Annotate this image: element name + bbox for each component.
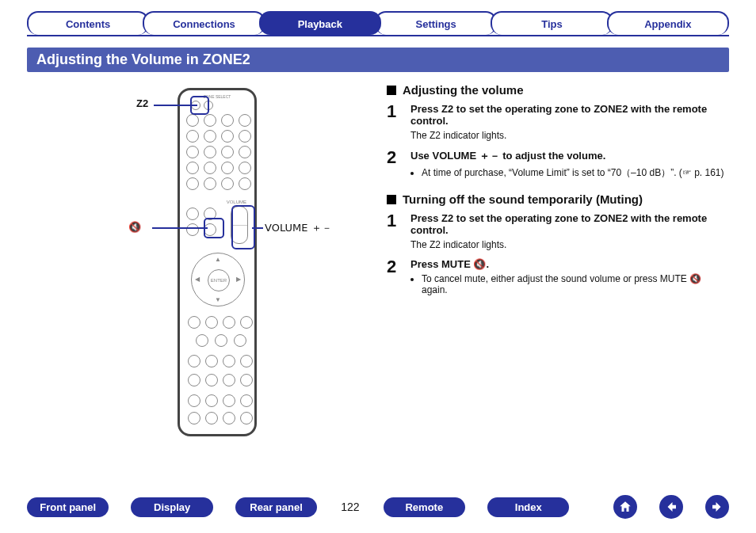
step-title: Press MUTE 🔇.: [410, 258, 729, 270]
remote-callout-z2: Z2: [136, 97, 148, 109]
remote-callout-volume: VOLUME ＋－: [265, 221, 332, 235]
section-heading-text: Turning off the sound temporarily (Mutin…: [403, 192, 643, 206]
arrow-right-icon: [710, 500, 724, 514]
tab-tips[interactable]: Tips: [491, 11, 613, 35]
tab-connections[interactable]: Connections: [143, 11, 265, 35]
step-number: 2: [387, 149, 401, 181]
section-muting-heading: Turning off the sound temporarily (Mutin…: [387, 192, 729, 206]
next-page-button[interactable]: [705, 495, 729, 519]
step-note: To cancel mute, either adjust the sound …: [422, 273, 729, 295]
footer-link-index[interactable]: Index: [487, 497, 569, 517]
step-desc: The Z2 indicator lights.: [410, 239, 729, 250]
remote-highlight-z2: [190, 96, 209, 115]
tab-contents[interactable]: Contents: [27, 11, 149, 35]
main-content: ZONE SELECT: [27, 80, 729, 444]
step-title: Press Z2 to set the operating zone to ZO…: [410, 212, 729, 236]
step-desc: The Z2 indicator lights.: [410, 130, 729, 141]
top-tabs: Contents Connections Playback Settings T…: [27, 11, 729, 36]
home-icon: [618, 500, 632, 514]
home-button[interactable]: [613, 495, 637, 519]
step-number: 2: [387, 258, 401, 297]
step-b1: 1 Press Z2 to set the operating zone to …: [387, 212, 729, 250]
square-bullet-icon: [387, 195, 396, 204]
tab-playback[interactable]: Playback: [259, 11, 381, 35]
step-number: 1: [387, 212, 401, 250]
footer-nav: Front panel Display Rear panel 122 Remot…: [27, 495, 729, 519]
page-number: 122: [341, 501, 359, 513]
footer-link-display[interactable]: Display: [131, 497, 212, 517]
remote-outline: ZONE SELECT: [178, 88, 257, 436]
section-adjust-volume-heading: Adjusting the volume: [387, 83, 729, 97]
step-title: Press Z2 to set the operating zone to ZO…: [410, 103, 729, 127]
square-bullet-icon: [387, 86, 396, 95]
mute-icon: 🔇: [128, 221, 141, 233]
arrow-left-icon: [664, 500, 678, 514]
page-title: Adjusting the Volume in ZONE2: [27, 48, 729, 72]
tab-appendix[interactable]: Appendix: [607, 11, 729, 35]
step-note: At time of purchase, “Volume Limit” is s…: [422, 166, 729, 180]
instructions: Adjusting the volume 1 Press Z2 to set t…: [387, 80, 729, 444]
section-heading-text: Adjusting the volume: [403, 83, 524, 97]
footer-link-remote[interactable]: Remote: [384, 497, 465, 517]
step-number: 1: [387, 103, 401, 141]
step-a2: 2 Use VOLUME ＋－ to adjust the volume. At…: [387, 149, 729, 181]
remote-callout-mute: 🔇: [128, 221, 141, 233]
step-title: Use VOLUME ＋－ to adjust the volume.: [410, 149, 729, 163]
remote-illustration: ZONE SELECT: [27, 80, 368, 444]
footer-link-front-panel[interactable]: Front panel: [27, 497, 109, 517]
leader-line: [152, 227, 208, 229]
footer-link-rear-panel[interactable]: Rear panel: [235, 497, 317, 517]
tab-settings[interactable]: Settings: [375, 11, 497, 35]
step-b2: 2 Press MUTE 🔇. To cancel mute, either a…: [387, 258, 729, 297]
prev-page-button[interactable]: [659, 495, 683, 519]
remote-highlight-volume: [231, 205, 255, 249]
step-a1: 1 Press Z2 to set the operating zone to …: [387, 103, 729, 141]
remote-highlight-mute: [204, 218, 224, 238]
